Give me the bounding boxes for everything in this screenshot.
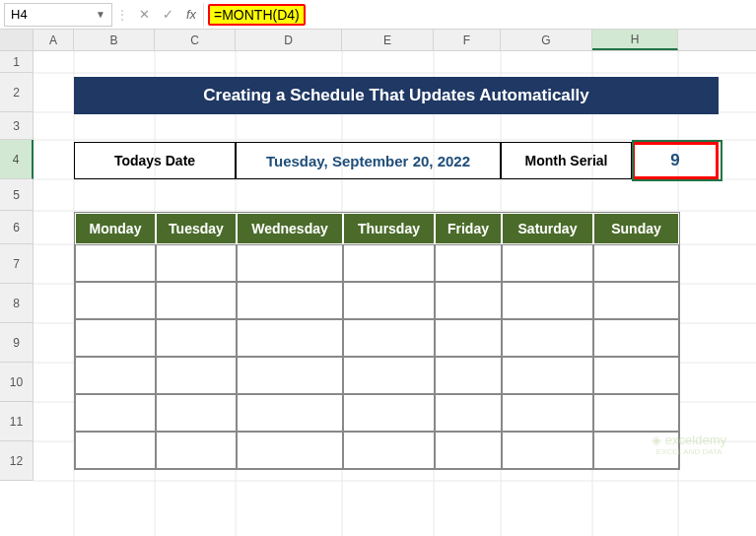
- calendar-cell[interactable]: [343, 282, 435, 319]
- row-headers: 123456789101112: [0, 51, 34, 481]
- row-header-5[interactable]: 5: [0, 179, 34, 211]
- calendar-cell[interactable]: [435, 282, 502, 319]
- spreadsheet-grid: ABCDEFGH 123456789101112 Creating a Sche…: [0, 30, 756, 536]
- calendar-cell[interactable]: [435, 244, 502, 282]
- calendar-cell[interactable]: [237, 319, 343, 357]
- calendar-cell[interactable]: [237, 357, 343, 394]
- col-header-g[interactable]: G: [501, 30, 592, 50]
- calendar-cell[interactable]: [156, 319, 237, 357]
- calendar-cell[interactable]: [75, 244, 156, 282]
- calendar-cell[interactable]: [75, 357, 156, 394]
- row-header-2[interactable]: 2: [0, 73, 34, 112]
- calendar-cell[interactable]: [593, 319, 679, 357]
- day-header-wednesday: Wednesday: [237, 213, 343, 244]
- calendar-cell[interactable]: [343, 319, 435, 357]
- calendar-cell[interactable]: [75, 432, 156, 469]
- row-header-9[interactable]: 9: [0, 323, 34, 363]
- calendar-cell[interactable]: [593, 357, 679, 394]
- calendar-cell[interactable]: [75, 282, 156, 319]
- calendar-cell[interactable]: [502, 432, 593, 469]
- day-header-saturday: Saturday: [502, 213, 593, 244]
- calendar-cell[interactable]: [156, 244, 237, 282]
- calendar-cell[interactable]: [237, 394, 343, 432]
- calendar-cell[interactable]: [502, 244, 593, 282]
- title-text: Creating a Schedule That Updates Automat…: [203, 86, 588, 105]
- col-header-c[interactable]: C: [155, 30, 236, 50]
- calendar-cell[interactable]: [502, 282, 593, 319]
- col-header-e[interactable]: E: [342, 30, 434, 50]
- select-all-corner[interactable]: [0, 30, 34, 50]
- formula-bar: H4 ▼ ⋮ ✕ ✓ fx =MONTH(D4): [0, 0, 756, 30]
- fx-icon[interactable]: fx: [179, 3, 203, 27]
- separator: ⋮: [112, 7, 132, 23]
- calendar-cell[interactable]: [593, 394, 679, 432]
- calendar-cell[interactable]: [435, 432, 502, 469]
- day-header-sunday: Sunday: [593, 213, 679, 244]
- row-header-8[interactable]: 8: [0, 284, 34, 323]
- confirm-icon[interactable]: ✓: [156, 3, 179, 27]
- calendar-cell[interactable]: [502, 357, 593, 394]
- calendar-row: [75, 432, 679, 469]
- row-header-7[interactable]: 7: [0, 244, 34, 284]
- name-box-value: H4: [11, 7, 28, 22]
- row-header-10[interactable]: 10: [0, 363, 34, 402]
- watermark: ◈ exceldemy EXCEL AND DATA: [652, 433, 726, 457]
- chevron-down-icon[interactable]: ▼: [96, 9, 105, 20]
- calendar-cell[interactable]: [435, 394, 502, 432]
- calendar-row: [75, 357, 679, 394]
- row-header-4[interactable]: 4: [0, 140, 34, 179]
- formula-input[interactable]: =MONTH(D4): [203, 3, 752, 27]
- col-header-f[interactable]: F: [434, 30, 501, 50]
- todays-date-label: Todays Date: [74, 142, 236, 179]
- row-header-1[interactable]: 1: [0, 51, 34, 73]
- calendar-cell[interactable]: [593, 244, 679, 282]
- col-header-d[interactable]: D: [236, 30, 342, 50]
- todays-date-value: Tuesday, September 20, 2022: [236, 142, 501, 179]
- day-header-thursday: Thursday: [343, 213, 435, 244]
- calendar-header-row: MondayTuesdayWednesdayThursdayFridaySatu…: [75, 213, 679, 244]
- sheet-title: Creating a Schedule That Updates Automat…: [74, 77, 719, 114]
- calendar-cell[interactable]: [237, 282, 343, 319]
- calendar-cell[interactable]: [75, 394, 156, 432]
- calendar-cell[interactable]: [156, 357, 237, 394]
- calendar-cell[interactable]: [156, 282, 237, 319]
- calendar-table: MondayTuesdayWednesdayThursdayFridaySatu…: [74, 212, 680, 470]
- info-row: Todays Date Tuesday, September 20, 2022 …: [74, 142, 632, 179]
- calendar-cell[interactable]: [156, 432, 237, 469]
- calendar-cell[interactable]: [237, 432, 343, 469]
- row-header-12[interactable]: 12: [0, 441, 34, 481]
- calendar-cell[interactable]: [75, 319, 156, 357]
- calendar-cell[interactable]: [435, 319, 502, 357]
- calendar-row: [75, 394, 679, 432]
- formula-text: =MONTH(D4): [208, 4, 306, 26]
- calendar-cell[interactable]: [343, 244, 435, 282]
- day-header-friday: Friday: [435, 213, 502, 244]
- row-header-11[interactable]: 11: [0, 402, 34, 441]
- row-header-6[interactable]: 6: [0, 211, 34, 244]
- calendar-row: [75, 244, 679, 282]
- calendar-cell[interactable]: [343, 394, 435, 432]
- day-header-tuesday: Tuesday: [156, 213, 237, 244]
- calendar-cell[interactable]: [156, 394, 237, 432]
- day-header-monday: Monday: [75, 213, 156, 244]
- column-headers: ABCDEFGH: [0, 30, 756, 51]
- calendar-cell[interactable]: [502, 319, 593, 357]
- cancel-icon[interactable]: ✕: [132, 3, 156, 27]
- cells-area[interactable]: Creating a Schedule That Updates Automat…: [34, 51, 756, 536]
- calendar-row: [75, 319, 679, 357]
- calendar-cell[interactable]: [343, 432, 435, 469]
- calendar-cell[interactable]: [435, 357, 502, 394]
- calendar-cell[interactable]: [343, 357, 435, 394]
- calendar-cell[interactable]: [593, 282, 679, 319]
- col-header-a[interactable]: A: [34, 30, 74, 50]
- calendar-row: [75, 282, 679, 319]
- calendar-cell[interactable]: [237, 244, 343, 282]
- col-header-h[interactable]: H: [592, 30, 678, 50]
- col-header-b[interactable]: B: [74, 30, 155, 50]
- calendar-cell[interactable]: [502, 394, 593, 432]
- month-serial-result: 9: [632, 142, 719, 179]
- row-header-3[interactable]: 3: [0, 112, 34, 140]
- name-box[interactable]: H4 ▼: [4, 3, 112, 27]
- month-serial-label: Month Serial: [501, 142, 632, 179]
